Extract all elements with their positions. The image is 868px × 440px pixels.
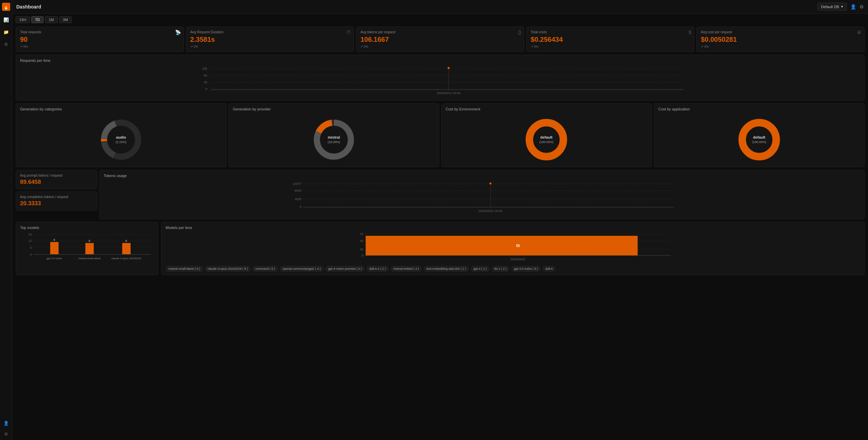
svg-text:24: 24 <box>29 233 32 236</box>
topbar: Dashboard Default DB ▾ 👤 ⚙ <box>12 0 868 14</box>
stat-avg-request-duration: Avg Request Duration ⏱ 2.3581s ↗ 0% <box>186 27 354 52</box>
svg-text:(2.22%): (2.22%) <box>116 140 126 144</box>
svg-rect-52 <box>85 243 94 254</box>
clock-icon: ⏱ <box>346 30 351 35</box>
topbar-right: Default DB ▾ 👤 ⚙ <box>817 3 864 11</box>
sidebar-bottom-icon-2[interactable]: ⚙ <box>3 430 10 437</box>
svg-rect-49 <box>50 242 59 254</box>
sidebar-icon-3[interactable]: ⚙ <box>3 41 10 48</box>
svg-text:0: 0 <box>361 254 363 257</box>
svg-text:30: 30 <box>204 81 207 84</box>
svg-text:2024/04/21: 2024/04/21 <box>510 258 526 261</box>
generation-by-categories-card: Generation by categories audio (2.22%) <box>16 103 226 167</box>
stat-title-3: Avg tokens per request <box>360 30 520 34</box>
legend-item-11: gpt-3.5-turbo ( 9 ) <box>511 266 541 271</box>
svg-text:0: 0 <box>205 87 207 91</box>
app-logo[interactable]: 🔥 <box>2 3 10 11</box>
sidebar-icon-1[interactable]: 📊 <box>3 16 10 23</box>
avg-prompt-value: 89.6458 <box>20 179 93 186</box>
user-icon[interactable]: 👤 <box>850 4 856 10</box>
svg-text:6: 6 <box>30 246 32 249</box>
requests-per-time-title: Requests per time <box>20 58 860 63</box>
svg-text:8: 8 <box>125 239 127 243</box>
svg-text:(16.00%): (16.00%) <box>327 140 340 144</box>
svg-text:mistral-small-latest: mistral-small-latest <box>78 257 101 260</box>
legend-item-8: text-embedding-ada-002 ( 2 ) <box>424 266 469 271</box>
legend-item-9: gpt-4 ( 1 ) <box>471 266 490 271</box>
time-filter-1m[interactable]: 1M <box>45 16 57 23</box>
avg-prompt-title: Avg prompt tokens / request <box>20 174 93 177</box>
tokens-usage-title: Tokens usage <box>104 174 860 178</box>
gen-by-cat-title: Generation by categories <box>20 107 62 111</box>
time-filter-7d[interactable]: 7D <box>31 16 44 23</box>
time-filter-3m[interactable]: 3M <box>59 16 72 23</box>
svg-text:40: 40 <box>360 239 363 243</box>
svg-point-26 <box>742 123 776 157</box>
stat-change-4: ↗ 0% <box>531 45 690 48</box>
time-filters: 24H 7D 1M 3M <box>16 16 865 23</box>
legend-item-1: mistral-small-latest ( 8 ) <box>166 266 203 271</box>
mid-bottom-grid: Avg prompt tokens / request 89.6458 Avg … <box>16 170 865 219</box>
top-models-chart: 24 12 6 0 9 gpt-3.5-turbo 8 mistral-smal… <box>20 232 154 263</box>
sidebar-icon-2[interactable]: 📁 <box>3 29 10 35</box>
svg-text:default: default <box>540 135 552 139</box>
svg-text:70: 70 <box>360 232 363 236</box>
svg-text:0: 0 <box>30 253 32 256</box>
stat-change-2: ↗ 0% <box>190 45 350 48</box>
svg-text:claude-3-opus-20240229: claude-3-opus-20240229 <box>111 257 141 260</box>
requests-per-time-card: Requests per time 105 60 30 0 2024/04/21… <box>16 55 865 101</box>
svg-text:gpt-3.5-turbo: gpt-3.5-turbo <box>47 257 62 260</box>
dollar-icon: $ <box>689 30 692 35</box>
stat-title-2: Avg Request Duration <box>190 30 350 34</box>
svg-text:8: 8 <box>88 239 90 243</box>
svg-text:20: 20 <box>360 248 363 251</box>
legend-item-3: command ( 6 ) <box>253 266 278 271</box>
stat-title-1: Total requests <box>20 30 180 34</box>
top-models-card: Top models 24 12 6 0 9 gpt-3.5-turbo 8 <box>16 222 158 275</box>
generation-by-provider-card: Generation by provider mistral (16.00%) <box>228 103 439 167</box>
stat-change-3: ↗ 0% <box>360 45 520 48</box>
legend-item-12: dall-e <box>543 266 556 271</box>
svg-text:mistral: mistral <box>328 135 340 139</box>
models-per-time-title: Models per time <box>166 226 860 230</box>
top-models-title: Top models <box>20 226 154 230</box>
svg-text:6000: 6000 <box>294 189 301 192</box>
stat-value-3: 106.1667 <box>360 35 520 43</box>
arrow-icon-3: ↗ <box>360 45 363 48</box>
gen-by-prov-title: Generation by provider <box>233 107 271 111</box>
chevron-down-icon: ▾ <box>841 4 843 9</box>
svg-text:60: 60 <box>204 74 207 77</box>
stats-row: Total requests 📡 90 ↗ 0% Avg Request Dur… <box>16 27 865 52</box>
svg-text:audio: audio <box>116 135 126 139</box>
arrow-icon-4: ↗ <box>531 45 533 48</box>
time-filter-24h[interactable]: 24H <box>16 16 30 23</box>
settings-icon[interactable]: ⚙ <box>860 4 864 10</box>
stat-value-2: 2.3581s <box>190 35 350 43</box>
requests-per-time-chart: 105 60 30 0 2024/04/21 00:00 <box>20 65 860 96</box>
avg-prompt-tokens-card: Avg prompt tokens / request 89.6458 <box>16 170 97 189</box>
content-area: 24H 7D 1M 3M Total requests 📡 90 ↗ 0% Av… <box>12 14 868 278</box>
svg-text:2024/04/21 00:00: 2024/04/21 00:00 <box>478 209 502 213</box>
svg-rect-55 <box>122 243 131 254</box>
svg-text:3000: 3000 <box>294 197 301 201</box>
svg-rect-67 <box>366 236 638 256</box>
sidebar-bottom-icon-1[interactable]: 👤 <box>3 420 10 426</box>
svg-text:2024/04/21 00:00: 2024/04/21 00:00 <box>437 91 460 95</box>
cost-by-app-donut: default (100.00%) <box>658 116 860 163</box>
svg-text:9: 9 <box>53 238 55 242</box>
db-selector[interactable]: Default DB ▾ <box>817 3 847 11</box>
models-per-time-chart: 70 40 20 0 55 2024/04/21 <box>166 232 860 263</box>
models-per-time-card: Models per time 70 40 20 0 55 2024/04/21 <box>161 222 865 275</box>
stat-value-4: $0.256434 <box>531 35 690 43</box>
tokens-usage-card: Tokens usage 10077 6000 3000 0 2024/04/2… <box>99 170 865 219</box>
arrow-icon-1: ↗ <box>20 45 23 48</box>
legend-item-7: mistral-embed ( 4 ) <box>391 266 422 271</box>
sidebar: 🔥 📊 📁 ⚙ 👤 ⚙ <box>0 0 12 440</box>
gen-by-cat-donut: audio (2.22%) <box>20 116 222 163</box>
stat-total-requests: Total requests 📡 90 ↗ 0% <box>16 27 184 52</box>
stat-change-5: ↗ 0% <box>701 45 860 48</box>
svg-text:(100.00%): (100.00%) <box>752 140 766 144</box>
tokens-usage-chart: 10077 6000 3000 0 2024/04/21 00:00 <box>104 180 860 214</box>
svg-point-23 <box>529 123 563 157</box>
avg-completion-value: 20.3333 <box>20 200 93 207</box>
